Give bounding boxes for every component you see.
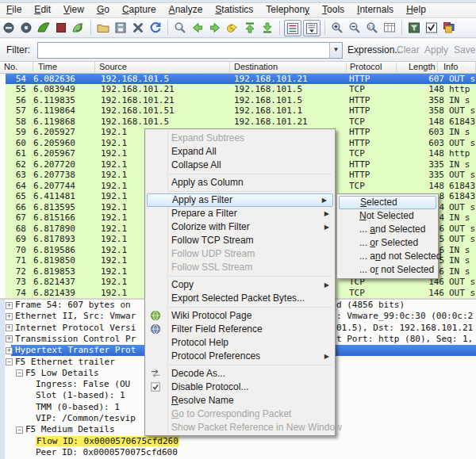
go-top-icon[interactable] <box>242 20 258 36</box>
context-menu-item-export-selected-packet-bytes[interactable]: Export Selected Packet Bytes... <box>145 292 335 305</box>
reload-icon[interactable] <box>148 20 163 36</box>
expand-icon[interactable]: + <box>6 335 13 342</box>
clear-button[interactable]: Clear <box>397 44 420 55</box>
collapse-icon[interactable]: − <box>16 426 23 434</box>
menu-tools[interactable]: Tools <box>316 3 351 16</box>
filter-combobox[interactable]: ▼ <box>37 42 343 59</box>
context-menu-item-colorize-with-filter[interactable]: Colorize with Filter▶ <box>145 220 335 234</box>
go-bottom-icon[interactable] <box>259 20 275 36</box>
cell-time: 6.815166 <box>33 212 101 224</box>
capture-filter-icon[interactable] <box>406 20 422 36</box>
menu-file[interactable]: File <box>0 3 28 16</box>
context-menu-item-collapse-all[interactable]: Collapse All <box>145 159 335 172</box>
zoom-out-icon[interactable] <box>347 20 363 36</box>
filter-input[interactable] <box>38 43 332 58</box>
cell-proto: TCP <box>349 288 401 299</box>
context-menu-item-copy[interactable]: Copy▶ <box>145 278 335 292</box>
context-menu-item-wiki-protocol-page[interactable]: Wiki Protocol Page <box>145 309 335 323</box>
column-header-time[interactable]: Time <box>36 62 95 72</box>
detail-line[interactable]: Peer ID: 0x0000570075cfd600 <box>6 447 476 458</box>
stop-capture-icon[interactable] <box>53 20 69 36</box>
cell-info: 61843 <box>449 181 476 192</box>
start-capture-icon[interactable] <box>36 20 52 36</box>
context-menu-item-expand-all[interactable]: Expand All <box>145 145 335 159</box>
cell-time: 6.819850 <box>33 255 101 266</box>
menu-view[interactable]: View <box>57 3 90 16</box>
cell-dst: 192.168.101.21 <box>234 74 349 85</box>
column-header-length[interactable]: Length <box>406 62 438 72</box>
context-menu-item-decode-as[interactable]: Decode As... <box>145 367 335 381</box>
collapse-icon[interactable]: − <box>6 358 13 365</box>
expression-button[interactable]: Expression... <box>347 44 402 55</box>
column-header-protocol[interactable]: Protocol <box>347 62 397 72</box>
display-filter-icon[interactable] <box>424 20 440 36</box>
menu-capture[interactable]: Capture <box>116 3 163 16</box>
menu-telephony[interactable]: Telephony <box>259 3 316 16</box>
cell-time: 6.205927 <box>33 127 101 138</box>
apply-button[interactable]: Apply <box>424 44 448 55</box>
open-file-icon[interactable] <box>95 20 111 36</box>
menu-analyze[interactable]: Analyze <box>163 3 209 16</box>
packet-row-55[interactable]: 556.083949192.168.101.21192.168.101.5TCP… <box>6 84 476 95</box>
menu-go[interactable]: Go <box>90 3 116 16</box>
submenu-item-selected[interactable]: Selected <box>339 196 436 209</box>
menu-internals[interactable]: Internals <box>351 3 400 16</box>
column-header-source[interactable]: Source <box>97 62 230 72</box>
menu-help[interactable]: Help <box>400 3 432 16</box>
go-forward-icon[interactable] <box>207 20 223 36</box>
colorize-toggle-icon[interactable] <box>284 20 301 36</box>
cell-time: 6.819853 <box>33 266 101 277</box>
close-file-icon[interactable] <box>130 20 146 36</box>
filter-dropdown-button[interactable]: ▼ <box>329 43 342 58</box>
expand-icon[interactable]: + <box>6 313 13 320</box>
context-menu-item-prepare-a-filter[interactable]: Prepare a Filter▶ <box>145 207 335 220</box>
column-header-info[interactable]: Info <box>441 62 476 72</box>
detail-line[interactable]: Flow ID: 0x0000570675cfd260 <box>6 436 476 447</box>
context-menu-item-apply-as-column[interactable]: Apply as Column <box>145 176 335 189</box>
context-menu-item-disable-protocol[interactable]: Disable Protocol... <box>145 381 335 394</box>
context-menu-item-resolve-name[interactable]: Resolve Name <box>145 394 335 407</box>
coloring-rules-icon[interactable] <box>441 20 457 36</box>
packet-row-54[interactable]: 546.082636192.168.101.5192.168.101.21HTT… <box>6 74 476 85</box>
context-menu-item-protocol-preferences[interactable]: Protocol Preferences▶ <box>145 350 335 363</box>
find-packet-icon[interactable] <box>172 20 188 36</box>
column-header-destination[interactable]: Destination <box>232 62 347 72</box>
packet-row-58[interactable]: 586.119868192.168.101.5192.168.101.21TCP… <box>6 117 476 128</box>
submenu-item-and-not-selected[interactable]: ... and not Selected <box>337 250 438 263</box>
expand-icon[interactable]: + <box>6 324 13 331</box>
resize-columns-icon[interactable] <box>382 20 397 36</box>
menu-edit[interactable]: Edit <box>28 3 57 16</box>
list-interfaces-icon[interactable] <box>1 20 17 36</box>
column-header-no[interactable]: No. <box>2 62 33 72</box>
submenu-item-not-selected[interactable]: Not Selected <box>337 209 438 223</box>
expand-icon[interactable]: + <box>6 302 13 309</box>
autoscroll-toggle-icon[interactable] <box>303 20 321 36</box>
submenu-item-or-not-selected[interactable]: ... or not Selected <box>337 263 438 277</box>
packet-row-57[interactable]: 576.119864192.168.101.51192.168.101.1HTT… <box>6 105 476 117</box>
zoom-in-icon[interactable] <box>329 20 345 36</box>
menu-statistics[interactable]: Statistics <box>209 3 259 16</box>
submenu-arrow-icon: ▶ <box>324 207 329 220</box>
save-file-icon[interactable] <box>113 20 129 36</box>
context-menu-item-apply-as-filter[interactable]: Apply as Filter▶ <box>147 193 333 207</box>
go-to-packet-icon[interactable] <box>225 20 240 36</box>
submenu-arrow-icon: ▶ <box>324 350 329 363</box>
packet-row-56[interactable]: 566.119835192.168.101.21192.168.101.5HTT… <box>6 95 476 106</box>
submenu-item-or-selected[interactable]: ... or Selected <box>337 236 438 250</box>
go-back-icon[interactable] <box>190 20 205 36</box>
detail-text: Hypertext Transfer Prot <box>15 345 136 356</box>
cell-time: 6.819586 <box>33 245 101 256</box>
capture-options-icon[interactable] <box>18 20 34 36</box>
context-menu-item-show-packet-reference-in-new-window: Show Packet Reference in New Window <box>145 421 335 434</box>
save-button[interactable]: Save <box>454 44 475 55</box>
context-menu-item-follow-tcp-stream[interactable]: Follow TCP Stream <box>145 234 335 247</box>
collapse-icon[interactable]: − <box>16 369 23 377</box>
zoom-normal-icon[interactable]: 1:1 <box>364 20 380 36</box>
submenu-item-and-selected[interactable]: ... and Selected <box>337 223 438 236</box>
cell-info: http <box>449 148 476 159</box>
expand-icon[interactable]: + <box>6 347 13 354</box>
context-menu-item-protocol-help[interactable]: Protocol Help <box>145 336 335 350</box>
context-menu-item-filter-field-reference[interactable]: Filter Field Reference <box>145 323 335 336</box>
context-menu-item-expand-subtrees: Expand Subtrees <box>145 132 335 145</box>
restart-capture-icon[interactable] <box>71 20 86 36</box>
